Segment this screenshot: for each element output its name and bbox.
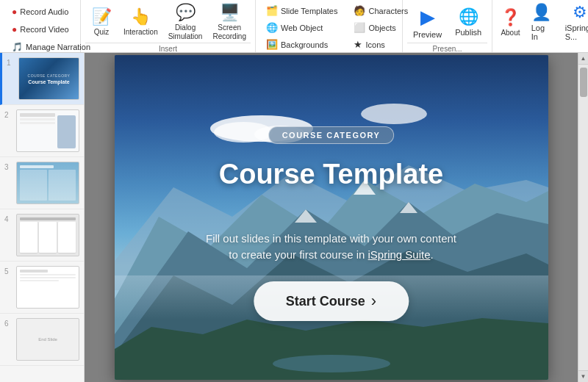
slide-preview-1: COURSE CATEGORY Course Template — [18, 57, 79, 100]
ispring-suite-label: iSpring S... — [565, 24, 588, 41]
scroll-up-button[interactable]: ▲ — [578, 53, 589, 65]
scroll-thumb[interactable] — [580, 68, 587, 97]
record-audio-button[interactable]: ● Record Audio — [7, 4, 73, 19]
quiz-button[interactable]: 📝 Quiz — [85, 3, 118, 41]
record-video-button[interactable]: ● Record Video — [7, 22, 73, 37]
slide-canvas: COURSE CATEGORY Course Template Fill out… — [115, 55, 548, 380]
mountains-svg — [115, 55, 548, 380]
slide-6-text: End Slide — [38, 337, 57, 342]
main-content: 1 COURSE CATEGORY Course Template 2 — [0, 53, 588, 382]
preview-icon: ▶ — [420, 6, 435, 29]
start-button-arrow: › — [371, 292, 376, 311]
preview-label: Preview — [413, 30, 442, 39]
web-object-label: Web Object — [281, 24, 323, 32]
slide-3-title — [20, 165, 54, 168]
web-object-icon: 🌐 — [266, 22, 278, 33]
slide-thumb-2[interactable]: 2 — [0, 105, 84, 157]
narration-items: ● Record Audio ● Record Video 🎵 Manage N… — [7, 4, 73, 53]
svg-point-11 — [361, 104, 427, 124]
slide-thumb-5[interactable]: 5 — [0, 262, 84, 314]
slide-5-inner — [17, 267, 79, 308]
login-icon: 👤 — [531, 3, 551, 22]
scroll-down-button[interactable]: ▼ — [578, 370, 589, 382]
about-label: About — [501, 29, 520, 37]
slide-1-cat: COURSE CATEGORY — [28, 73, 71, 78]
dialog-icon: 💬 — [176, 3, 196, 22]
slide-3-img1 — [20, 170, 47, 201]
start-course-button[interactable]: Start Course › — [254, 281, 409, 321]
slide-number-2: 2 — [4, 111, 13, 119]
slide-preview-6: End Slide — [16, 318, 79, 361]
publish-button[interactable]: 🌐 Publish — [449, 3, 487, 41]
dialog-label: DialogSimulation — [168, 24, 203, 41]
category-badge: COURSE CATEGORY — [268, 126, 395, 144]
insert-buttons: 📝 Quiz 👆 Interaction 💬 DialogSimulation … — [85, 3, 251, 41]
slide-preview-2 — [16, 109, 79, 152]
slide-thumb-1[interactable]: 1 COURSE CATEGORY Course Template — [0, 53, 84, 105]
backgrounds-button[interactable]: 🖼️ Backgrounds — [262, 37, 342, 52]
slide-templates-label: Slide Templates — [281, 7, 337, 15]
slide-2-inner — [17, 110, 79, 151]
slide-preview-4 — [16, 214, 79, 256]
slide-thumb-6[interactable]: 6 End Slide — [0, 314, 84, 366]
slide-templates-button[interactable]: 🗂️ Slide Templates — [262, 3, 342, 18]
help-icon: ❓ — [501, 8, 520, 27]
slide-templates-icon: 🗂️ — [266, 5, 278, 16]
slide-4-inner — [17, 215, 79, 256]
preview-button[interactable]: ▶ Preview — [407, 3, 448, 41]
slide-subtitle-line2: to create your first course in iSpring S… — [229, 248, 433, 261]
slide-4-title — [20, 217, 76, 220]
slide-2-person — [57, 115, 76, 148]
web-object-button[interactable]: 🌐 Web Object — [262, 20, 342, 35]
start-button-label: Start Course — [286, 294, 365, 309]
slide-number-1: 1 — [7, 59, 15, 67]
ispring-suite-button[interactable]: ⚙ iSpring S... — [559, 3, 588, 41]
slide-5-l2 — [20, 277, 76, 278]
record-audio-icon: ● — [12, 7, 17, 17]
slide-5-l3 — [20, 280, 59, 281]
screen-rec-icon: 🖥️ — [220, 3, 240, 22]
slide-number-4: 4 — [4, 215, 13, 223]
quiz-label: Quiz — [94, 28, 110, 37]
content-library-section: 🗂️ Slide Templates 🧑 Characters 🌐 Web Ob… — [256, 0, 403, 52]
publish-icon: 🌐 — [459, 7, 478, 26]
slide-thumb-4[interactable]: 4 — [0, 209, 84, 262]
help-button[interactable]: ❓ About — [497, 3, 523, 41]
slide-3-images — [20, 170, 76, 201]
slide-3-img2 — [49, 170, 76, 201]
interaction-icon: 👆 — [131, 7, 151, 26]
ispring-icon: ⚙ — [573, 3, 587, 22]
manage-narration-icon: 🎵 — [12, 42, 23, 52]
slide-2-line1 — [20, 113, 55, 117]
quiz-icon: 📝 — [92, 7, 112, 26]
dialog-sim-button[interactable]: 💬 DialogSimulation — [164, 3, 207, 41]
slide-2-line3 — [20, 122, 55, 124]
slide-6-inner: End Slide — [17, 319, 79, 360]
slide-title: Course Template — [115, 159, 548, 190]
login-button[interactable]: 👤 Log In — [526, 3, 558, 41]
slide-thumb-3[interactable]: 3 — [0, 157, 84, 209]
interaction-button[interactable]: 👆 Interaction — [119, 3, 162, 41]
backgrounds-label: Backgrounds — [281, 40, 328, 49]
slide-5-title — [20, 270, 48, 273]
slide-number-3: 3 — [4, 163, 13, 171]
objects-icon: ⬜ — [354, 22, 365, 33]
slide-area: COURSE CATEGORY Course Template Fill out… — [85, 53, 578, 382]
slide-2-line2 — [20, 118, 55, 120]
publish-label: Publish — [455, 28, 481, 37]
slide-4-card1 — [20, 222, 37, 253]
screen-recording-button[interactable]: 🖥️ ScreenRecording — [208, 3, 251, 41]
icons-label: Icons — [365, 40, 384, 49]
toolbar: ● Record Audio ● Record Video 🎵 Manage N… — [0, 0, 588, 53]
slide-preview-5 — [16, 266, 79, 309]
slide-subtitle-line1: Fill out slides in this template with yo… — [206, 232, 456, 245]
icons-icon: ★ — [354, 39, 362, 50]
slide-3-inner — [17, 162, 79, 203]
manage-narration-button[interactable]: 🎵 Manage Narration — [7, 40, 73, 53]
record-video-icon: ● — [12, 24, 17, 35]
publish-section-title: Presen... — [407, 43, 487, 53]
slide-preview-3 — [16, 162, 79, 204]
insert-section-title: Insert — [85, 43, 251, 53]
insert-section: 📝 Quiz 👆 Interaction 💬 DialogSimulation … — [81, 0, 256, 52]
characters-icon: 🧑 — [354, 5, 365, 16]
